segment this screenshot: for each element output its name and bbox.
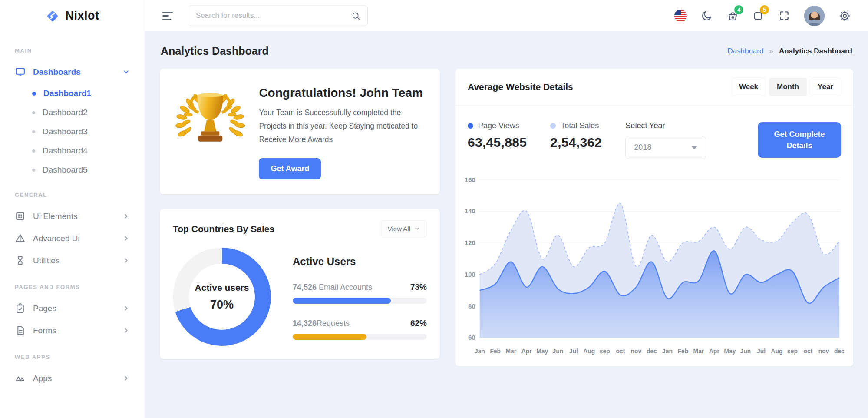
section-label-web-apps: WEB APPS [15, 354, 130, 360]
requests-label: Requests [317, 319, 350, 328]
tab-year[interactable]: Year [810, 78, 841, 96]
top-countries-body: Active users 70% Active Users 74,526 Ema… [173, 248, 427, 346]
svg-text:Jan: Jan [475, 348, 485, 355]
year-select[interactable]: 2018 [625, 136, 706, 159]
search-icon[interactable] [351, 11, 360, 20]
bullet-icon [32, 169, 35, 172]
sidebar-subitem-dashboard1[interactable]: Dashboard1 [13, 84, 132, 103]
active-users-heading: Active Users [293, 255, 427, 268]
hamburger-menu-icon[interactable] [161, 10, 175, 22]
average-website-details-card: Average Website Details Week Month Year [455, 69, 853, 366]
congratulations-card: Congratulations! John Team Your Team is … [160, 69, 440, 194]
dashboards-submenu: Dashboard1 Dashboard2 Dashboard3 Dashboa… [13, 84, 132, 179]
settings-button[interactable] [839, 10, 851, 22]
details-header: Average Website Details Week Month Year [455, 69, 853, 105]
main-area: 4 5 [145, 0, 868, 418]
sidebar-item-apps[interactable]: Apps [13, 367, 132, 389]
stats-row: Page Views 63,45,885 Total Sales 2,54,36… [455, 106, 853, 163]
page-content: Analytics Dashboard Dashboard » Analytic… [145, 32, 868, 418]
sidebar-item-pages[interactable]: Pages [13, 297, 132, 319]
sidebar-subitem-dashboard3[interactable]: Dashboard3 [13, 122, 132, 141]
year-select-value: 2018 [634, 143, 651, 152]
chevron-right-icon [122, 305, 130, 312]
sidebar-subitem-dashboard5[interactable]: Dashboard5 [13, 160, 132, 179]
select-year-label: Select Year [625, 121, 706, 130]
svg-text:oct: oct [804, 348, 813, 355]
chevron-down-icon [414, 226, 420, 232]
bullet-icon [32, 130, 35, 133]
get-complete-details-button[interactable]: Get Complete Details [758, 122, 841, 158]
svg-text:160: 160 [465, 176, 475, 183]
total-sales-dot-icon [550, 123, 556, 129]
svg-text:Jul: Jul [569, 348, 578, 355]
tab-month[interactable]: Month [769, 78, 807, 96]
sidebar-item-ui-elements[interactable]: Ui Elements [13, 205, 132, 227]
avatar-image [804, 6, 825, 26]
svg-text:Jun: Jun [740, 348, 751, 355]
email-accounts-label: Email Accounts [317, 283, 372, 292]
svg-text:Mar: Mar [505, 348, 516, 355]
period-tabs: Week Month Year [731, 78, 841, 96]
svg-text:dec: dec [647, 348, 657, 355]
svg-text:sep: sep [600, 348, 610, 355]
brand-diamond-icon [45, 9, 60, 23]
sidebar-item-forms[interactable]: Forms [13, 319, 132, 342]
sidebar-item-utilities[interactable]: Utilities [13, 249, 132, 272]
congratulations-text-block: Congratulations! John Team Your Team is … [259, 84, 423, 179]
area-chart-container: 6080100120140160JanFebMarAprMayJunJulAug… [455, 163, 853, 366]
section-label-main: MAIN [15, 47, 130, 54]
total-sales-value: 2,54,362 [550, 135, 602, 150]
top-countries-title: Top Countries By Sales [173, 224, 274, 234]
sidebar-subitem-dashboard4[interactable]: Dashboard4 [13, 141, 132, 160]
fullscreen-button[interactable] [779, 10, 790, 21]
page-views-dot-icon [468, 123, 473, 129]
user-avatar[interactable] [804, 6, 825, 26]
sidebar-subitem-dashboard2[interactable]: Dashboard2 [13, 103, 132, 122]
tab-week[interactable]: Week [731, 78, 766, 96]
get-award-button[interactable]: Get Award [259, 158, 321, 179]
sidebar-item-advanced-ui[interactable]: Advanced Ui [13, 227, 132, 249]
notifications-badge: 5 [760, 5, 769, 14]
brand-logo[interactable]: Nixlot [0, 0, 145, 32]
breadcrumb-separator: » [769, 47, 773, 56]
sidebar: Nixlot MAIN Dashboards Dashboard1 Dashbo… [0, 0, 145, 418]
svg-text:Mar: Mar [693, 348, 704, 355]
chevron-down-icon [122, 68, 130, 76]
cart-button[interactable]: 4 [727, 10, 739, 22]
notifications-button[interactable]: 5 [753, 10, 764, 21]
sidebar-item-dashboards[interactable]: Dashboards [13, 61, 132, 83]
view-all-button[interactable]: View All [381, 220, 427, 237]
page-title: Analytics Dashboard [161, 45, 269, 57]
svg-text:Jan: Jan [662, 348, 673, 355]
email-accounts-percent: 73% [410, 282, 427, 292]
requests-count: 14,326 [293, 319, 317, 328]
breadcrumb: Dashboard » Analytics Dashboard [727, 47, 852, 56]
fullscreen-icon [779, 10, 790, 21]
svg-text:sep: sep [787, 348, 798, 355]
select-year-group: Select Year 2018 [625, 121, 706, 159]
right-column: Average Website Details Week Month Year [455, 69, 853, 366]
search-input[interactable] [195, 11, 351, 20]
page-views-value: 63,45,885 [468, 135, 527, 150]
shapes-icon [15, 373, 26, 384]
language-flag-button[interactable] [674, 10, 687, 22]
website-area-chart: 6080100120140160JanFebMarAprMayJunJulAug… [462, 169, 845, 364]
total-sales-label: Total Sales [561, 121, 599, 130]
congratulations-body: Your Team is Successufully completed the… [259, 106, 423, 146]
prism-icon [15, 233, 26, 244]
page-header-row: Analytics Dashboard Dashboard » Analytic… [161, 45, 852, 57]
svg-text:140: 140 [465, 208, 475, 215]
moon-icon [701, 10, 713, 21]
breadcrumb-link-dashboard[interactable]: Dashboard [727, 47, 763, 56]
dark-mode-button[interactable] [701, 10, 713, 21]
section-label-general: GENERAL [15, 192, 130, 198]
grid-box-icon [15, 211, 26, 222]
sidebar-item-label: Dashboards [33, 67, 81, 77]
brand-name: Nixlot [65, 9, 99, 23]
search-bar [188, 5, 368, 26]
chevron-right-icon [122, 257, 130, 264]
top-header: 4 5 [145, 0, 868, 32]
page-views-label: Page Views [478, 121, 519, 130]
gear-icon [839, 10, 851, 22]
top-countries-header: Top Countries By Sales View All [173, 220, 427, 237]
